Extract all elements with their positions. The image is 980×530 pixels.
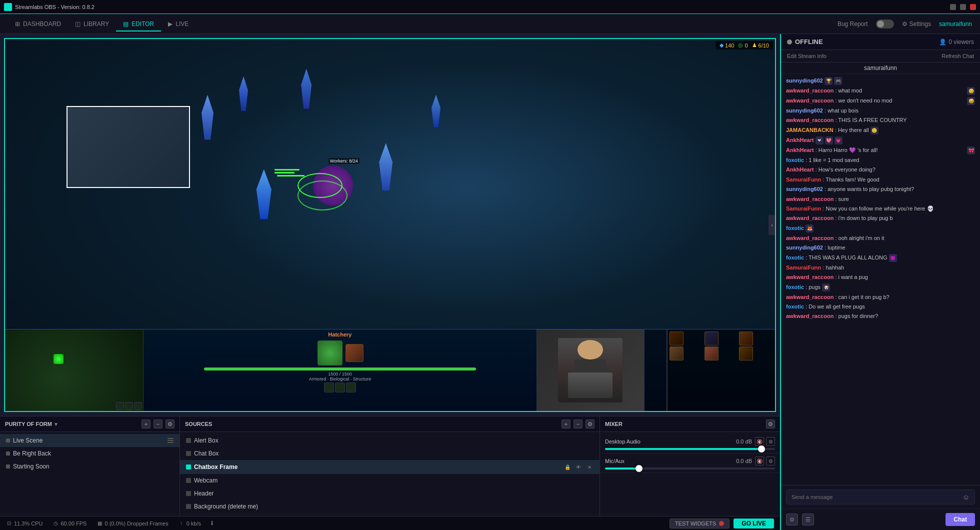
minimap-structure bbox=[54, 354, 64, 364]
minerals-value: 140 bbox=[725, 42, 734, 48]
sources-panel-controls: + − ⚙ bbox=[562, 420, 594, 428]
msg-text-23: : Do we all get free pugs bbox=[806, 304, 865, 310]
desktop-settings-button[interactable]: ⚙ bbox=[766, 437, 775, 446]
desktop-slider-track[interactable] bbox=[605, 448, 775, 450]
chat-message-23: foxotic : Do we all get free pugs bbox=[786, 303, 975, 310]
scene-label-live: Live Scene bbox=[13, 437, 42, 444]
source-item-chatbox[interactable]: Chat Box bbox=[180, 447, 600, 460]
settings-button[interactable]: ⚙ Settings bbox=[902, 20, 931, 28]
msg-username-9: AnkhHeart bbox=[786, 166, 814, 172]
source-add-button[interactable]: + bbox=[562, 420, 570, 428]
scene-item-beright[interactable]: Be Right Back bbox=[0, 447, 180, 460]
msg-username-17: sunnyding602 bbox=[786, 244, 823, 250]
msg-username-21: foxotic bbox=[786, 284, 804, 290]
crystal-4 bbox=[252, 169, 276, 219]
msg-username-14: awkward_raccoon bbox=[786, 215, 834, 221]
chat-message-input[interactable] bbox=[792, 494, 962, 500]
source-visible-button[interactable]: 👁 bbox=[574, 463, 582, 471]
target-circle bbox=[298, 180, 348, 210]
emote-0a: 🏆 bbox=[824, 77, 832, 85]
emote-6a: ❤ bbox=[816, 136, 824, 144]
source-icon-header bbox=[186, 491, 191, 496]
msg-text-22: : can i get it on pug b? bbox=[835, 294, 889, 300]
minimize-button[interactable] bbox=[950, 4, 956, 10]
test-widgets-button[interactable]: TEST WIDGETS bbox=[670, 518, 730, 528]
close-button[interactable] bbox=[970, 4, 976, 10]
mixer-desktop-header: Desktop Audio 0.0 dB 🔇 ⚙ bbox=[605, 437, 775, 446]
nav-bar: ⊞ DASHBOARD ◫ LIBRARY ▤ EDITOR ▶ LIVE Bu… bbox=[0, 14, 980, 34]
msg-text-8: : 1 like = 1 mod saved bbox=[806, 157, 859, 163]
nav-library-label: LIBRARY bbox=[84, 20, 109, 28]
chat-list-button[interactable]: ☰ bbox=[802, 514, 814, 526]
nav-live[interactable]: ▶ LIVE bbox=[161, 18, 196, 32]
chat-message-24: awkward_raccoon : pugs for dinner? bbox=[786, 312, 975, 320]
mic-slider-thumb[interactable] bbox=[636, 465, 642, 472]
scene-icon-starting bbox=[6, 464, 10, 468]
maximize-button[interactable] bbox=[960, 4, 966, 10]
msg-text-24: : pugs for dinner? bbox=[835, 313, 878, 319]
scene-list: Live Scene Be Right Back Starting S bbox=[0, 432, 180, 516]
emote-6b: 💖 bbox=[825, 136, 833, 144]
source-item-background[interactable]: Background (delete me) bbox=[180, 500, 600, 513]
equipment-icon bbox=[346, 344, 364, 362]
chat-message-20: awkward_raccoon : i want a pug bbox=[786, 274, 975, 281]
scene-label-beright: Be Right Back bbox=[13, 450, 51, 457]
unit-icon-2 bbox=[739, 332, 753, 346]
msg-username-12: awkward_raccoon bbox=[786, 196, 834, 202]
msg-username-11: sunnyding602 bbox=[786, 186, 823, 192]
supply-display: ♟ 6/10 bbox=[752, 42, 769, 48]
source-item-alertbox[interactable]: Alert Box bbox=[180, 434, 600, 447]
scene-item-live[interactable]: Live Scene bbox=[0, 434, 180, 447]
nav-library[interactable]: ◫ LIBRARY bbox=[68, 18, 116, 32]
info-button[interactable]: ℹ bbox=[211, 520, 213, 526]
source-delete-button[interactable]: ✕ bbox=[586, 463, 594, 471]
bug-report-button[interactable]: Bug Report bbox=[838, 20, 868, 28]
scene-dropdown-icon[interactable]: ▼ bbox=[54, 422, 58, 427]
chat-emoji-icon[interactable]: ☺ bbox=[962, 493, 970, 501]
mic-mute-button[interactable]: 🔇 bbox=[755, 456, 764, 466]
desktop-slider-thumb[interactable] bbox=[758, 446, 765, 452]
preview-area[interactable]: Workers: 8/24 ◆ 140 ◎ bbox=[4, 38, 776, 412]
source-label-webcam: Webcam bbox=[194, 477, 218, 484]
nav-dashboard[interactable]: ⊞ DASHBOARD bbox=[8, 18, 68, 32]
source-settings-button[interactable]: ⚙ bbox=[586, 420, 594, 428]
emote-1: 😊 bbox=[967, 87, 975, 95]
source-item-chatboxframe[interactable]: Chatbox Frame 🔒 👁 ✕ bbox=[180, 460, 600, 474]
msg-username-4: awkward_raccoon bbox=[786, 117, 834, 123]
sources-panel-title: SOURCES bbox=[185, 421, 562, 427]
scene-settings-button[interactable]: ⚙ bbox=[166, 420, 174, 428]
chat-message-12: awkward_raccoon : sure bbox=[786, 196, 975, 203]
bandwidth-icon: ↑ bbox=[178, 520, 184, 526]
chat-send-button[interactable]: Chat bbox=[946, 513, 975, 526]
chat-message-10: SamuraiFunn : Thanks fam! We good bbox=[786, 176, 975, 184]
cam-person-silhouette bbox=[558, 338, 622, 402]
cmd-icon-1 bbox=[116, 402, 124, 410]
unit-icon-0 bbox=[670, 332, 684, 346]
msg-username-1: awkward_raccoon bbox=[786, 88, 834, 94]
chevron-right-icon: › bbox=[771, 222, 772, 228]
user-button[interactable]: samuraifunn bbox=[939, 20, 972, 28]
source-item-header[interactable]: Header bbox=[180, 487, 600, 500]
nav-editor-label: EDITOR bbox=[132, 20, 154, 28]
scene-panel-title: PURITY OF FORM ▼ bbox=[5, 421, 142, 427]
refresh-chat-link[interactable]: Refresh Chat bbox=[942, 53, 974, 59]
go-live-button[interactable]: GO LIVE bbox=[734, 518, 774, 528]
chat-settings-button[interactable]: ⚙ bbox=[786, 514, 798, 526]
desktop-mute-button[interactable]: 🔇 bbox=[755, 437, 764, 446]
chat-panel: OFFLINE 👤 0 viewers Edit Stream Info Ref… bbox=[780, 34, 980, 530]
mic-settings-button[interactable]: ⚙ bbox=[766, 456, 775, 466]
scene-remove-button[interactable]: − bbox=[154, 420, 162, 428]
scene-item-starting[interactable]: Starting Soon bbox=[0, 460, 180, 473]
scene-add-button[interactable]: + bbox=[142, 420, 150, 428]
mixer-settings-button[interactable]: ⚙ bbox=[766, 420, 775, 428]
expand-panel-button[interactable]: › bbox=[768, 215, 776, 235]
fps-status: ◷ 60.00 FPS bbox=[52, 520, 86, 526]
nav-editor[interactable]: ▤ EDITOR bbox=[116, 18, 161, 32]
edit-stream-info-link[interactable]: Edit Stream Info bbox=[787, 53, 826, 59]
source-item-webcam[interactable]: Webcam bbox=[180, 474, 600, 487]
mic-slider-track[interactable] bbox=[605, 468, 775, 470]
toggle-switch[interactable] bbox=[876, 20, 894, 28]
desktop-audio-db: 0.0 dB bbox=[736, 438, 752, 444]
source-remove-button[interactable]: − bbox=[574, 420, 582, 428]
source-lock-button[interactable]: 🔒 bbox=[564, 463, 572, 471]
